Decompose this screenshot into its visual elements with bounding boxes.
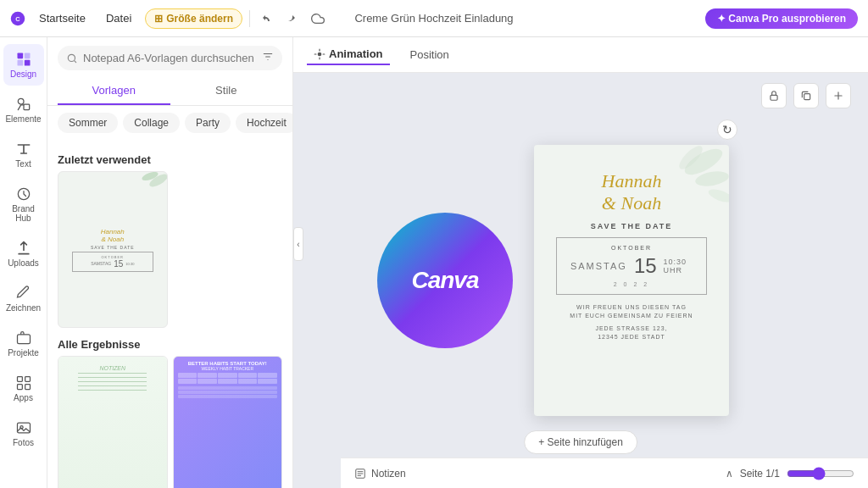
search-bar: [58, 46, 282, 70]
svg-rect-3: [24, 53, 30, 59]
svg-rect-4: [17, 60, 23, 66]
svg-point-6: [18, 98, 24, 104]
recently-used-grid: Hannah& Noah SAVE THE DATE OKTOBER SAMST…: [58, 171, 282, 328]
panel-content: Zuletzt verwendet Hannah& Noah SAVE THE …: [47, 140, 292, 488]
redo-icon: [284, 12, 298, 25]
sidebar-label-photos: Fotos: [13, 438, 34, 447]
sidebar-label-projects: Projekte: [8, 348, 39, 358]
tag-row: Sommer Collage Party Hochzeit ›: [47, 106, 292, 140]
tag-party[interactable]: Party: [185, 113, 231, 133]
tag-sommer[interactable]: Sommer: [58, 113, 118, 133]
text-icon: [15, 141, 32, 158]
draw-icon: [15, 285, 32, 302]
page-info: ∧ Seite 1/1: [726, 467, 854, 480]
template-thumb-hannah[interactable]: Hannah& Noah SAVE THE DATE OKTOBER SAMST…: [58, 171, 168, 328]
sidebar-item-uploads[interactable]: Uploads: [3, 233, 44, 274]
undo-button[interactable]: [257, 8, 277, 29]
sidebar-label-design: Design: [10, 69, 36, 79]
tag-hochzeit[interactable]: Hochzeit: [236, 113, 292, 133]
svg-rect-2: [17, 53, 23, 59]
template-thumb-notepad[interactable]: NOTIZEN: [58, 356, 168, 488]
add-element-button[interactable]: [826, 83, 851, 108]
undo-icon: [260, 12, 274, 25]
sidebar-item-elements[interactable]: Elemente: [3, 89, 44, 130]
sidebar-label-text: Text: [15, 159, 31, 169]
habit-sub: WEEKLY HABIT TRACKER: [178, 366, 278, 371]
canva-logo: C: [10, 11, 25, 26]
invitation-year: 2 0 2 2: [570, 281, 693, 287]
resize-icon: ⊞: [154, 13, 163, 25]
notepad-line-2: [78, 377, 147, 378]
animation-button[interactable]: Animation: [307, 44, 390, 65]
sidebar-item-draw[interactable]: Zeichnen: [3, 278, 44, 319]
svg-point-16: [68, 54, 75, 61]
canvas-main: Canva Hannah& Noah SAVE THE DA: [293, 73, 868, 488]
photos-icon: [15, 419, 32, 436]
habit-cell: [178, 379, 198, 384]
sidebar-label-draw: Zeichnen: [6, 303, 41, 313]
notepad-line-5: [78, 390, 147, 391]
sidebar-item-photos[interactable]: Fotos: [3, 413, 44, 454]
chevron-up-button[interactable]: ∧: [726, 468, 733, 480]
sidebar-label-apps: Apps: [14, 393, 33, 402]
add-page-button[interactable]: + Seite hinzufügen: [524, 430, 637, 454]
duplicate-button[interactable]: [793, 83, 819, 108]
invitation-description: WIR FREUEN UNS DIESEN TAGMIT EUCH GEMEIN…: [570, 303, 693, 321]
topbar-divider: [249, 10, 250, 27]
panel-search-area: [47, 37, 292, 77]
habit-template-inner: BETTER HABITS START TODAY! WEEKLY HABIT …: [174, 357, 282, 488]
home-button[interactable]: Startseite: [32, 8, 92, 28]
panel-collapse-handle[interactable]: ‹: [293, 227, 303, 261]
all-results-grid: NOTIZEN BETTER HABITS START TODAY! WEEKL…: [58, 356, 282, 488]
elements-icon: [15, 96, 32, 113]
cloud-icon: [311, 12, 325, 25]
sidebar-label-uploads: Uploads: [8, 258, 39, 268]
filter-button[interactable]: [262, 51, 274, 65]
position-button[interactable]: Position: [403, 45, 456, 64]
tab-vorlagen[interactable]: Vorlagen: [58, 77, 170, 105]
tag-collage[interactable]: Collage: [123, 113, 180, 133]
zoom-slider[interactable]: [787, 467, 854, 480]
habit-cell: [198, 373, 217, 378]
notepad-title: NOTIZEN: [99, 365, 125, 371]
canva-watermark: Canva: [377, 213, 513, 348]
sidebar-item-apps[interactable]: Apps: [3, 368, 44, 409]
file-button[interactable]: Datei: [99, 8, 138, 28]
svg-text:C: C: [15, 15, 20, 23]
notepad-line-3: [78, 381, 147, 382]
canva-pro-button[interactable]: ✦ Canva Pro ausprobieren: [705, 8, 858, 29]
animation-icon: [314, 48, 326, 60]
search-input[interactable]: [83, 52, 257, 64]
all-results-title: Alle Ergebnisse: [58, 338, 282, 351]
lock-button[interactable]: [761, 83, 787, 108]
habit-cell: [238, 373, 258, 378]
cloud-sync-button[interactable]: [308, 8, 328, 29]
design-icon: [15, 51, 32, 68]
invitation-card-container[interactable]: Hannah& Noah SAVE THE DATE OKTOBER SAMST…: [534, 145, 729, 416]
habit-grid: [178, 373, 278, 384]
svg-rect-5: [24, 60, 30, 66]
svg-point-30: [707, 186, 729, 205]
sidebar-item-design[interactable]: Design: [3, 44, 44, 86]
habit-cell: [238, 379, 258, 384]
template-thumb-habit[interactable]: BETTER HABITS START TODAY! WEEKLY HABIT …: [173, 356, 283, 488]
resize-button[interactable]: ⊞ Größe ändern: [145, 8, 242, 29]
main-layout: Design Elemente Text Brand Hub Uploads Z…: [0, 37, 868, 488]
invitation-day-number: 15: [634, 254, 657, 278]
invitation-card: Hannah& Noah SAVE THE DATE OKTOBER SAMST…: [534, 145, 729, 416]
habit-cell: [218, 379, 237, 384]
lock-icon: [768, 90, 780, 102]
notes-button[interactable]: Notizen: [354, 468, 406, 480]
sidebar-item-brand[interactable]: Brand Hub: [3, 179, 44, 230]
rotate-handle[interactable]: ↻: [717, 119, 737, 140]
habit-cell: [198, 379, 217, 384]
notepad-line-4: [78, 385, 147, 386]
undo-redo-group: [257, 8, 301, 29]
canva-wordmark: Canva: [411, 267, 478, 294]
redo-button[interactable]: [281, 8, 301, 29]
brand-icon: [15, 186, 32, 202]
sidebar-item-projects[interactable]: Projekte: [3, 323, 44, 364]
sidebar-item-text[interactable]: Text: [3, 134, 44, 175]
search-icon: [66, 53, 78, 64]
tab-stile[interactable]: Stile: [170, 77, 283, 105]
